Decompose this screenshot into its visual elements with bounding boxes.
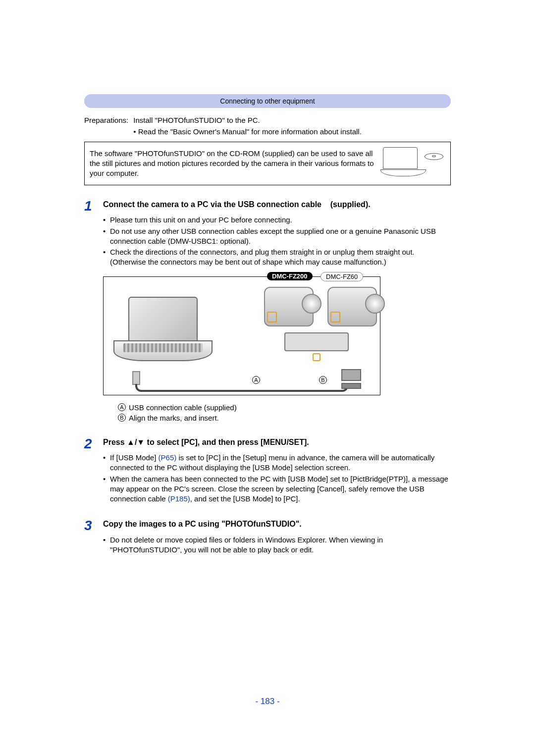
step-number: 1 xyxy=(84,199,95,423)
info-box-text: The software "PHOTOfunSTUDIO" on the CD-… xyxy=(90,149,376,179)
step-body: Connect the camera to a PC via the USB c… xyxy=(103,199,451,423)
step-2-bullets: If [USB Mode] (P65) is set to [PC] in th… xyxy=(103,453,451,504)
step-number: 2 xyxy=(84,437,95,505)
caption-b-row: B Align the marks, and insert. xyxy=(118,413,451,423)
page-link[interactable]: (P185) xyxy=(168,494,190,503)
laptop-base-icon xyxy=(380,169,426,176)
step-title: Connect the camera to a PC via the USB c… xyxy=(103,199,451,210)
laptop-icon xyxy=(383,147,418,169)
step-title: Press ▲/▼ to select [PC], and then press… xyxy=(103,437,451,448)
diagram-label-b: B xyxy=(319,376,327,384)
diagram-camera-fz60-icon xyxy=(327,287,377,326)
connection-diagram: DMC-FZ200 DMC-FZ60 A B xyxy=(103,276,380,395)
bullet: Check the directions of the connectors, … xyxy=(103,247,451,268)
preparations-label: Preparations: xyxy=(84,115,128,137)
bullet: If [USB Mode] (P65) is set to [PC] in th… xyxy=(103,453,451,473)
step-number: 3 xyxy=(84,519,95,556)
caption-b-text: Align the marks, and insert. xyxy=(129,413,219,423)
disc-hole-icon xyxy=(432,155,436,157)
info-box: The software "PHOTOfunSTUDIO" on the CD-… xyxy=(84,142,451,185)
model-badge-other: DMC-FZ60 xyxy=(321,272,363,281)
section-header: Connecting to other equipment xyxy=(84,94,451,108)
diagram-cable-icon xyxy=(135,384,348,392)
caption-a-text: USB connection cable (supplied) xyxy=(129,402,237,413)
preparations-sub: • Read the "Basic Owner's Manual" for mo… xyxy=(133,126,451,137)
caption-a-marker: A xyxy=(118,403,126,411)
page-link[interactable]: (P65) xyxy=(159,453,177,462)
preparations-main: Install "PHOTOfunSTUDIO" to the PC. xyxy=(133,115,451,125)
diagram-laptop-icon xyxy=(113,297,213,366)
bullet: Please turn this unit on and your PC bef… xyxy=(103,215,451,225)
bullet: When the camera has been connected to th… xyxy=(103,474,451,504)
diagram-usb-plug-icon xyxy=(132,371,140,385)
step-1: 1 Connect the camera to a PC via the USB… xyxy=(84,199,451,423)
step-title-b: (supplied). xyxy=(330,200,371,209)
caption-a-row: A USB connection cable (supplied) xyxy=(118,402,451,413)
model-badge-active: DMC-FZ200 xyxy=(267,272,313,280)
step-3-bullets: Do not delete or move copied files or fo… xyxy=(103,535,451,555)
step-3: 3 Copy the images to a PC using "PHOTOfu… xyxy=(84,519,451,556)
step-body: Press ▲/▼ to select [PC], and then press… xyxy=(103,437,451,505)
bullet: Do not delete or move copied files or fo… xyxy=(103,535,451,555)
info-box-illustration xyxy=(381,146,445,181)
step-title-a: Connect the camera to a PC via the USB c… xyxy=(103,200,321,209)
diagram-port-panel-icon xyxy=(284,332,349,351)
caption-b-marker: B xyxy=(118,414,126,422)
step-body: Copy the images to a PC using "PHOTOfunS… xyxy=(103,519,451,556)
bullet-pre: If [USB Mode] xyxy=(110,453,159,462)
diagram-captions: A USB connection cable (supplied) B Alig… xyxy=(103,402,451,423)
page-number: - 183 - xyxy=(0,697,535,706)
step-2: 2 Press ▲/▼ to select [PC], and then pre… xyxy=(84,437,451,505)
diagram-end-plug-icon xyxy=(341,369,361,381)
step-1-bullets: Please turn this unit on and your PC bef… xyxy=(103,215,451,267)
diagram-camera-fz200-icon xyxy=(264,287,314,326)
diagram-end-plug2-icon xyxy=(341,383,361,389)
preparations-row: Preparations: Install "PHOTOfunSTUDIO" t… xyxy=(84,115,451,137)
diagram-label-a: A xyxy=(252,376,260,384)
bullet-post: , and set the [USB Mode] to [PC]. xyxy=(190,494,300,503)
preparations-body: Install "PHOTOfunSTUDIO" to the PC. • Re… xyxy=(133,115,451,137)
step-title: Copy the images to a PC using "PHOTOfunS… xyxy=(103,519,451,530)
bullet: Do not use any other USB connection cabl… xyxy=(103,226,451,247)
